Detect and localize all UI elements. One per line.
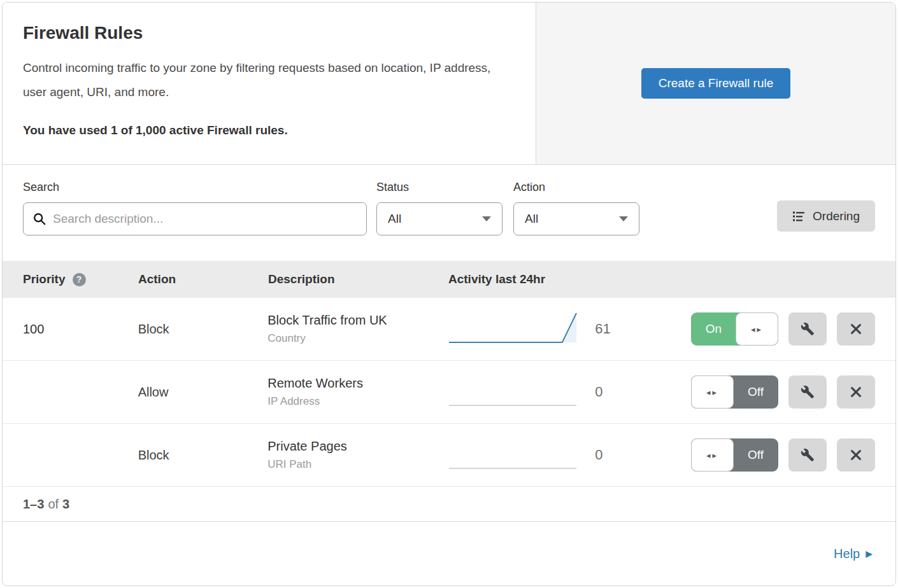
chevron-down-icon xyxy=(482,216,491,221)
search-icon xyxy=(32,212,46,226)
rules-table-body: 100BlockBlock Traffic from UKCountry61On… xyxy=(3,298,895,487)
activity-sparkline xyxy=(448,309,578,346)
list-ordering-icon xyxy=(792,210,805,223)
filter-bar: Search Status All Action All xyxy=(3,165,895,261)
rule-description: Remote Workers xyxy=(267,376,447,391)
pagination-of: of xyxy=(48,497,59,512)
chevron-down-icon xyxy=(619,216,628,221)
priority-column-label: Priority xyxy=(23,272,66,286)
toggle-state-label: Off xyxy=(733,438,778,472)
activity-sparkline xyxy=(448,435,578,472)
ordering-button-label: Ordering xyxy=(813,209,860,223)
activity-cell xyxy=(448,435,581,475)
table-row: 100BlockBlock Traffic from UKCountry61On… xyxy=(3,298,895,361)
edit-rule-button[interactable] xyxy=(788,438,827,472)
priority-help-icon[interactable]: ? xyxy=(73,273,86,286)
x-icon xyxy=(849,322,863,336)
row-controls: On◂▸ xyxy=(691,312,875,346)
pagination-total: 3 xyxy=(62,497,69,512)
edit-rule-button[interactable] xyxy=(788,375,827,409)
rule-description: Private Pages xyxy=(267,439,447,454)
toggle-state-label: On xyxy=(691,312,736,346)
search-filter-group: Search xyxy=(23,181,376,235)
column-activity: Activity last 24hr xyxy=(448,272,875,286)
edit-rule-button[interactable] xyxy=(788,312,827,346)
search-label: Search xyxy=(23,181,376,194)
arrow-right-icon: ▶ xyxy=(866,549,873,559)
description-cell: Block Traffic from UKCountry xyxy=(267,313,447,345)
rule-enabled-toggle[interactable]: On◂▸ xyxy=(691,312,778,346)
action-selected-value: All xyxy=(525,212,538,226)
usage-note: You have used 1 of 1,000 active Firewall… xyxy=(23,123,515,137)
pagination: 1–3 of 3 xyxy=(3,487,895,522)
firewall-rules-card: Firewall Rules Control incoming traffic … xyxy=(2,2,896,586)
status-label: Status xyxy=(376,181,513,194)
rule-enabled-toggle[interactable]: Off◂▸ xyxy=(691,438,778,472)
create-firewall-rule-button[interactable]: Create a Firewall rule xyxy=(641,68,791,99)
action-cell: Block xyxy=(138,448,268,463)
column-description: Description xyxy=(268,272,448,286)
wrench-icon xyxy=(801,322,815,336)
action-select[interactable]: All xyxy=(513,202,639,235)
delete-rule-button[interactable] xyxy=(837,312,875,346)
action-filter-group: Action All xyxy=(513,181,650,235)
activity-count: 0 xyxy=(581,384,691,400)
activity-count: 61 xyxy=(581,321,691,337)
ordering-button[interactable]: Ordering xyxy=(777,200,875,232)
action-label: Action xyxy=(513,181,650,194)
status-filter-group: Status All xyxy=(376,181,513,235)
column-action: Action xyxy=(138,272,268,286)
description-cell: Private PagesURI Path xyxy=(267,439,447,471)
create-rule-panel: Create a Firewall rule xyxy=(536,3,895,164)
wrench-icon xyxy=(801,448,815,462)
help-row: Help ▶ xyxy=(3,522,895,585)
rule-type: URI Path xyxy=(267,458,447,471)
toggle-drag-handle[interactable]: ◂▸ xyxy=(736,312,778,346)
status-selected-value: All xyxy=(388,212,401,226)
activity-count: 0 xyxy=(581,447,691,463)
table-header: Priority ? Action Description Activity l… xyxy=(3,261,895,298)
row-controls: Off◂▸ xyxy=(691,438,875,472)
page-title: Firewall Rules xyxy=(23,23,515,43)
delete-rule-button[interactable] xyxy=(837,375,875,409)
rule-description: Block Traffic from UK xyxy=(267,313,447,328)
activity-sparkline xyxy=(448,372,578,409)
help-link-label: Help xyxy=(834,547,860,561)
pagination-range: 1–3 xyxy=(23,497,44,512)
rule-type: IP Address xyxy=(267,395,447,408)
page-description: Control incoming traffic to your zone by… xyxy=(23,56,513,104)
activity-cell xyxy=(448,372,581,412)
header-text-panel: Firewall Rules Control incoming traffic … xyxy=(3,3,536,164)
toggle-drag-handle[interactable]: ◂▸ xyxy=(691,375,734,409)
priority-cell: 100 xyxy=(23,322,138,337)
action-cell: Allow xyxy=(138,385,268,400)
status-select[interactable]: All xyxy=(376,202,502,235)
x-icon xyxy=(849,385,863,399)
delete-rule-button[interactable] xyxy=(837,438,875,472)
row-controls: Off◂▸ xyxy=(691,375,875,409)
x-icon xyxy=(849,448,863,462)
help-link[interactable]: Help ▶ xyxy=(834,547,873,561)
toggle-state-label: Off xyxy=(733,375,778,409)
table-row: BlockPrivate PagesURI Path0Off◂▸ xyxy=(3,424,895,487)
toggle-drag-handle[interactable]: ◂▸ xyxy=(691,438,734,472)
action-cell: Block xyxy=(138,322,268,337)
header-section: Firewall Rules Control incoming traffic … xyxy=(3,3,895,165)
column-priority: Priority ? xyxy=(23,272,138,286)
search-box xyxy=(23,202,367,235)
rule-type: Country xyxy=(267,332,447,345)
activity-cell xyxy=(448,309,581,349)
wrench-icon xyxy=(801,385,815,399)
search-input[interactable] xyxy=(23,202,367,235)
description-cell: Remote WorkersIP Address xyxy=(267,376,447,408)
table-row: AllowRemote WorkersIP Address0Off◂▸ xyxy=(3,361,895,424)
rule-enabled-toggle[interactable]: Off◂▸ xyxy=(691,375,778,409)
